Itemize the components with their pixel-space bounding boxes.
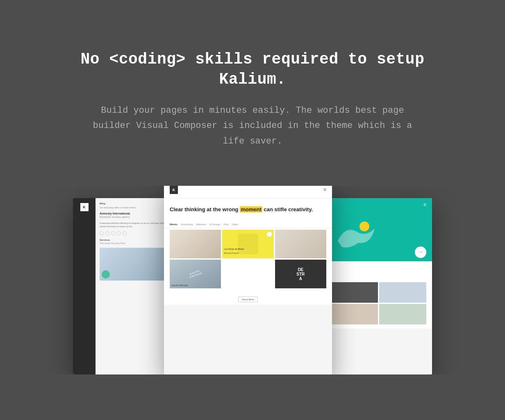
grid-item-3 bbox=[275, 230, 326, 258]
mockups-section: K Blog. Go everyday with our best writer… bbox=[0, 186, 505, 374]
highlight-moment: moment bbox=[240, 206, 262, 212]
right-grid-item-3 bbox=[379, 282, 426, 303]
nav-ui-design[interactable]: UI Design bbox=[209, 223, 220, 226]
icon-3[interactable] bbox=[111, 231, 115, 235]
nav-websites[interactable]: Websites bbox=[196, 223, 206, 226]
right-grid-item-6 bbox=[379, 304, 426, 324]
grid-item-1 bbox=[170, 230, 221, 258]
hero-title: Clear thinking at the wrong moment can s… bbox=[170, 206, 326, 213]
center-grid: ♡ Les Sirops de Monin Minimal Product HA… bbox=[164, 228, 332, 294]
show-more-row: Show More bbox=[164, 294, 332, 305]
icon-4[interactable] bbox=[117, 231, 121, 235]
left-sidebar: K bbox=[73, 198, 96, 374]
grid-caption-haute: HAUTE VINTAGE bbox=[171, 284, 188, 287]
center-hero: Clear thinking at the wrong moment can s… bbox=[164, 199, 332, 221]
sub-text: Build your pages in minutes easily. The … bbox=[93, 103, 412, 149]
center-nav: Works. Everything Websites UI Design Pri… bbox=[164, 221, 332, 228]
page-wrapper: No <coding> skills required to setup Kal… bbox=[0, 0, 505, 420]
main-heading-text: No <coding> skills required to setup Kal… bbox=[81, 50, 425, 88]
right-grid-item-5 bbox=[330, 304, 378, 324]
main-heading: No <coding> skills required to setup Kal… bbox=[52, 49, 453, 90]
grid-item-5: DESTRA bbox=[275, 260, 326, 288]
hamburger-icon[interactable]: ≡ bbox=[323, 187, 326, 193]
right-grid-item-2 bbox=[330, 282, 378, 303]
text-section: No <coding> skills required to setup Kal… bbox=[0, 0, 505, 173]
grid-caption-2: Minimal Product bbox=[224, 252, 239, 254]
whale-svg bbox=[330, 216, 379, 257]
heart-icon[interactable]: ♡ bbox=[266, 231, 272, 237]
nav-everything[interactable]: Everything bbox=[181, 223, 193, 226]
sidebar-logo: K bbox=[80, 203, 89, 211]
icon-5[interactable] bbox=[123, 231, 127, 235]
grid-item-4: HAUTEVINTAGE HAUTE VINTAGE bbox=[170, 260, 221, 288]
center-header: K ≡ bbox=[164, 186, 332, 199]
icon-1[interactable] bbox=[100, 231, 104, 235]
grid-caption-1: Les Sirops de Monin bbox=[224, 248, 244, 250]
nav-print[interactable]: Print bbox=[223, 223, 228, 226]
show-more-button[interactable]: Show More bbox=[238, 297, 258, 302]
icon-2[interactable] bbox=[105, 231, 109, 235]
center-logo: K bbox=[170, 186, 178, 194]
sub-text-content: Build your pages in minutes easily. The … bbox=[93, 105, 412, 146]
nav-works[interactable]: Works. bbox=[170, 223, 178, 226]
svg-point-0 bbox=[359, 221, 369, 231]
right-arrow-button[interactable]: → bbox=[415, 247, 426, 258]
right-hamburger-icon[interactable]: ≡ bbox=[423, 202, 426, 208]
grid-item-2-tall: ♡ Les Sirops de Monin Minimal Product bbox=[222, 230, 273, 258]
mockup-center: K ≡ Clear thinking at the wrong moment c… bbox=[164, 186, 332, 374]
nav-video[interactable]: Video bbox=[232, 223, 238, 226]
circle-decoration bbox=[102, 270, 110, 278]
